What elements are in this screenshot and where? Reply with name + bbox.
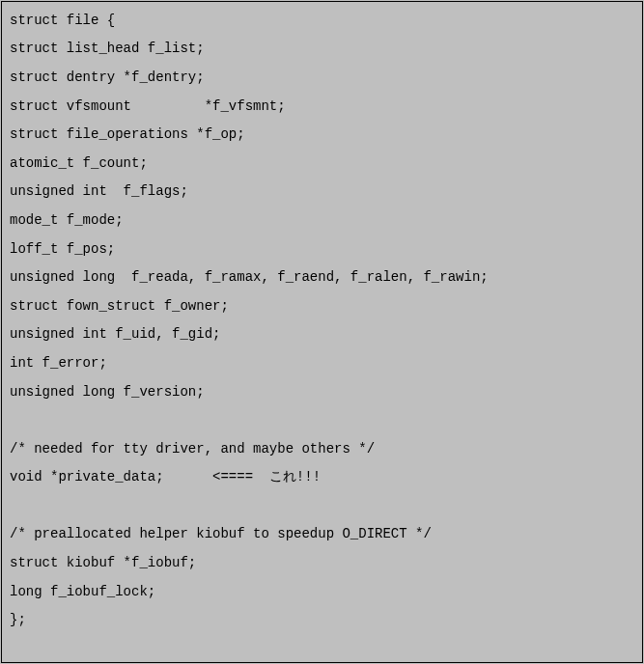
code-line: struct kiobuf *f_iobuf; (10, 548, 634, 577)
code-line: }; (10, 605, 634, 634)
code-line: struct file { (10, 6, 634, 35)
code-line: struct fown_struct f_owner; (10, 291, 634, 320)
code-line: unsigned int f_flags; (10, 178, 634, 207)
code-line: int f_error; (10, 348, 634, 377)
code-line: mode_t f_mode; (10, 206, 634, 235)
code-line: unsigned int f_uid, f_gid; (10, 320, 634, 349)
code-line: unsigned long f_reada, f_ramax, f_raend,… (10, 263, 634, 291)
code-line: long f_iobuf_lock; (10, 577, 634, 606)
code-line: struct file_operations *f_op; (10, 120, 634, 149)
code-line: loff_t f_pos; (10, 235, 634, 263)
code-line (10, 405, 634, 434)
code-line: /* preallocated helper kiobuf to speedup… (10, 520, 634, 549)
code-line: struct list_head f_list; (10, 35, 634, 64)
code-line (10, 491, 634, 520)
code-line: struct vfsmount *f_vfsmnt; (10, 92, 634, 121)
code-line: /* needed for tty driver, and maybe othe… (10, 434, 634, 463)
code-block: struct file { struct list_head f_list; s… (1, 1, 643, 663)
code-line: unsigned long f_version; (10, 377, 634, 406)
code-line: atomic_t f_count; (10, 149, 634, 178)
code-line: struct dentry *f_dentry; (10, 63, 634, 92)
code-line: void *private_data; <==== これ!!! (10, 463, 634, 492)
